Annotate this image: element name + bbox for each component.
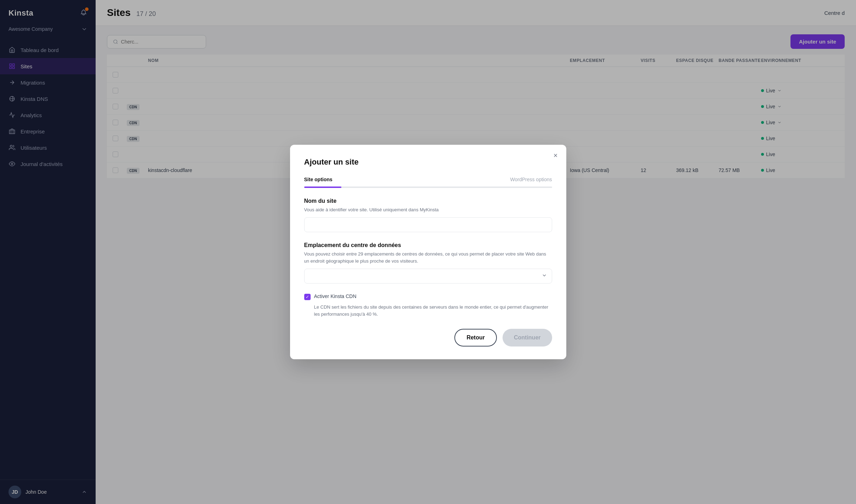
tab-site-options[interactable]: Site options <box>304 177 333 185</box>
cdn-section: ✓ Activer Kinsta CDN Le CDN sert les fic… <box>304 293 552 317</box>
add-site-modal: Ajouter un site × Site options WordPress… <box>290 145 566 360</box>
back-button[interactable]: Retour <box>454 329 497 346</box>
cdn-checkbox-label: Activer Kinsta CDN <box>314 293 357 299</box>
modal-overlay[interactable]: Ajouter un site × Site options WordPress… <box>0 0 856 504</box>
modal-close-button[interactable]: × <box>554 152 558 159</box>
site-name-description: Vous aide à identifier votre site. Utili… <box>304 206 552 213</box>
modal-footer: Retour Continuer <box>304 329 552 346</box>
tab-progress-bar <box>304 187 552 188</box>
datacenter-description: Vous pouvez choisir entre 29 emplacement… <box>304 251 552 264</box>
site-name-input[interactable] <box>304 217 552 232</box>
modal-title: Ajouter un site <box>304 158 552 167</box>
modal-tabs: Site options WordPress options <box>304 177 552 185</box>
tab-wordpress-options[interactable]: WordPress options <box>510 177 552 185</box>
datacenter-label: Emplacement du centre de données <box>304 242 552 248</box>
continue-button[interactable]: Continuer <box>503 329 552 346</box>
site-name-label: Nom du site <box>304 198 552 204</box>
cdn-description: Le CDN sert les fichiers du site depuis … <box>314 304 552 317</box>
site-name-section: Nom du site Vous aide à identifier votre… <box>304 198 552 233</box>
tab-bar-fill <box>304 187 341 188</box>
datacenter-section: Emplacement du centre de données Vous po… <box>304 242 552 284</box>
cdn-checkbox-row: ✓ Activer Kinsta CDN <box>304 293 552 300</box>
datacenter-select[interactable] <box>304 269 552 284</box>
cdn-checkbox[interactable]: ✓ <box>304 294 311 300</box>
datacenter-select-wrapper <box>304 269 552 284</box>
